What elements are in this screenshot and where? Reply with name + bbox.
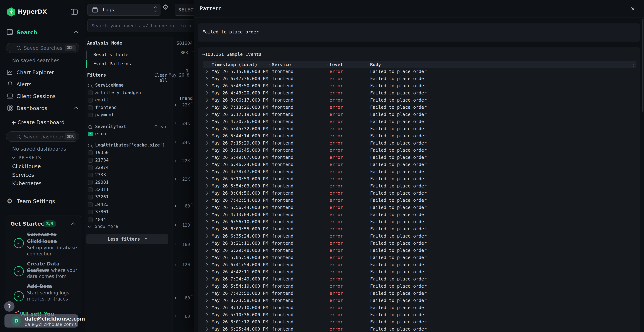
expand-row-icon[interactable] (205, 148, 208, 152)
expand-row-icon[interactable] (205, 134, 208, 138)
event-row[interactable]: May 26 6:12:19.000 PMfrontenderrorFailed… (198, 111, 640, 118)
source-select[interactable]: Logs (88, 4, 160, 16)
expand-row-icon[interactable] (205, 306, 208, 309)
pattern-row[interactable]: 60 (172, 294, 194, 302)
pattern-row[interactable]: 180 (172, 241, 194, 248)
expand-row-icon[interactable] (205, 91, 208, 94)
saved-dashboards-input[interactable] (24, 132, 67, 142)
saved-dashboards-pill[interactable]: ⌘K (6, 132, 79, 142)
expand-row-icon[interactable] (205, 120, 208, 123)
event-row[interactable]: May 26 5:10:36.000 PMfrontenderrorFailed… (198, 311, 640, 318)
event-row[interactable]: May 26 5:56:44.000 PMfrontenderrorFailed… (198, 204, 640, 211)
chevron-up-icon[interactable] (74, 106, 78, 110)
search-bar[interactable] (88, 19, 199, 32)
event-row[interactable]: May 26 8:06:17.000 PMfrontenderrorFailed… (198, 96, 640, 104)
event-row[interactable]: May 26 7:42:50.000 PMfrontenderrorFailed… (198, 290, 640, 297)
expand-row-icon[interactable] (205, 313, 208, 316)
pattern-row[interactable]: 24K (172, 120, 194, 127)
checkbox-unchecked[interactable] (88, 218, 93, 222)
event-row[interactable]: May 26 6:25:44.000 PMfrontenderrorFailed… (198, 326, 640, 332)
chevron-up-icon[interactable] (74, 30, 78, 35)
event-row[interactable]: May 26 6:46:24.000 PMfrontenderrorFailed… (198, 161, 640, 168)
pattern-row[interactable]: 120 (172, 261, 194, 268)
filter-option[interactable]: 22974 (88, 164, 167, 172)
event-row[interactable]: May 26 5:45:32.000 PMfrontenderrorFailed… (198, 125, 640, 132)
checkbox-unchecked[interactable] (88, 90, 93, 95)
event-row[interactable]: May 26 5:44:14.000 PMfrontenderrorFailed… (198, 132, 640, 139)
clear-all-button[interactable]: Clear all (144, 73, 167, 83)
expand-row-icon[interactable] (205, 206, 208, 209)
column-resize-handle-icon[interactable]: ⋮ (325, 62, 330, 67)
chevron-up-icon[interactable] (71, 222, 75, 226)
event-row[interactable]: May 26 4:43:20.000 PMfrontenderrorFailed… (198, 89, 640, 96)
expand-row-icon[interactable] (205, 256, 208, 259)
chevron-down-icon[interactable] (88, 225, 91, 228)
expand-row-icon[interactable] (205, 70, 208, 73)
pattern-row[interactable]: 22K (172, 176, 194, 183)
event-row[interactable]: May 26 5:49:07.000 PMfrontenderrorFailed… (198, 154, 640, 161)
filter-option[interactable]: 29081 (88, 179, 167, 186)
event-search-input[interactable] (91, 20, 196, 32)
sidebar-item-search[interactable]: Search (16, 29, 37, 36)
event-row[interactable]: May 26 7:42:54.000 PMfrontenderrorFailed… (198, 196, 640, 204)
pattern-row[interactable]: 22K (172, 102, 194, 109)
expand-row-icon[interactable] (205, 98, 208, 102)
pattern-row[interactable]: 60 (172, 203, 194, 210)
event-row[interactable]: May 26 8:23:58.000 PMfrontenderrorFailed… (198, 297, 640, 304)
event-row[interactable]: May 26 8:21:11.000 PMfrontenderrorFailed… (198, 240, 640, 247)
saved-searches-pill[interactable]: ⌘K (6, 43, 79, 53)
get-started-item-title[interactable]: Connect to ClickHouse (27, 231, 81, 245)
filter-option[interactable]: 4894 (88, 216, 167, 224)
expand-row-icon[interactable] (205, 320, 208, 324)
filter-option[interactable]: frontend (88, 104, 167, 112)
filter-option[interactable]: 33261 (88, 194, 167, 201)
event-row[interactable]: May 26 5:54:19.000 PMfrontenderrorFailed… (198, 282, 640, 290)
mode-event-patterns[interactable]: Event Patterns (94, 61, 131, 66)
checkbox-unchecked[interactable] (88, 158, 93, 162)
event-row[interactable]: May 26 6:47:36.000 PMfrontenderrorFailed… (198, 75, 640, 82)
sidebar-item-client-sessions[interactable]: Client Sessions (16, 93, 56, 99)
checkbox-unchecked[interactable] (88, 202, 93, 207)
expand-row-icon[interactable] (205, 284, 208, 288)
event-row[interactable]: May 26 8:12:10.000 PMfrontenderrorFailed… (198, 304, 640, 311)
expand-row-icon[interactable] (205, 299, 208, 302)
event-row[interactable]: May 26 5:15:08.000 PMfrontenderrorFailed… (198, 68, 640, 75)
source-settings-gear-icon[interactable]: ⚙ (162, 3, 168, 11)
presets-header[interactable]: PRESETS (18, 155, 42, 160)
expand-row-icon[interactable] (205, 106, 208, 109)
expand-row-icon[interactable] (205, 327, 208, 330)
expand-row-icon[interactable] (205, 270, 208, 273)
sidebar-item-alerts[interactable]: Alerts (16, 82, 32, 88)
filter-option[interactable]: 32311 (88, 186, 167, 194)
expand-row-icon[interactable] (205, 249, 208, 252)
expand-row-icon[interactable] (205, 184, 208, 188)
checkbox-unchecked[interactable] (88, 165, 93, 170)
expand-row-icon[interactable] (205, 292, 208, 295)
pattern-row[interactable]: 60 (172, 313, 194, 320)
help-button[interactable]: ? (4, 301, 14, 312)
column-resize-handle-icon[interactable]: ⋮ (268, 62, 272, 67)
filter-option[interactable]: 37801 (88, 209, 167, 216)
expand-row-icon[interactable] (205, 198, 208, 202)
checkbox-unchecked[interactable] (88, 195, 93, 200)
checkbox-unchecked[interactable] (88, 188, 93, 192)
preset-kubernetes[interactable]: Kubernetes (12, 180, 42, 186)
preset-clickhouse[interactable]: ClickHouse (12, 163, 41, 170)
get-started-item-title[interactable]: Add Data (27, 283, 81, 290)
pattern-row[interactable]: 120 (172, 222, 194, 229)
event-row[interactable]: May 26 6:41:54.000 PMfrontenderrorFailed… (198, 261, 640, 268)
filter-option[interactable]: error (88, 131, 167, 138)
expand-row-icon[interactable] (205, 234, 208, 238)
sidebar-item-chart-explorer[interactable]: Chart Explorer (16, 70, 54, 76)
filter-option[interactable]: artillery-loadgen (88, 90, 167, 97)
filter-option[interactable]: 21734 (88, 157, 167, 164)
event-row[interactable]: May 26 6:29:48.000 PMfrontenderrorFailed… (198, 247, 640, 254)
event-row[interactable]: May 26 6:09:55.000 PMfrontenderrorFailed… (198, 225, 640, 232)
expand-row-icon[interactable] (205, 277, 208, 280)
expand-row-icon[interactable] (205, 263, 208, 266)
expand-row-icon[interactable] (205, 156, 208, 159)
checkbox-unchecked[interactable] (88, 180, 93, 185)
checkbox-unchecked[interactable] (88, 105, 93, 110)
less-filters-button[interactable]: Less filters (86, 234, 168, 244)
event-row[interactable]: May 26 5:48:50.000 PMfrontenderrorFailed… (198, 82, 640, 89)
